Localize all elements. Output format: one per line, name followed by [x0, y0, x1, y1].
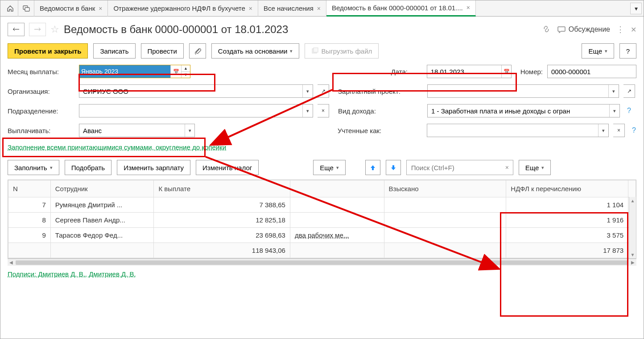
provest-zakryt-button[interactable]: Провести и закрыть [8, 43, 88, 59]
zapisat-button[interactable]: Записать [93, 43, 135, 59]
nomer-field[interactable] [547, 65, 636, 78]
col-vzyskano[interactable]: Взыскано [384, 180, 506, 197]
izmenit-nalog-button[interactable]: Изменить налог [196, 160, 259, 175]
data-field[interactable]: 📅 [427, 65, 512, 78]
spinner-up[interactable]: ▲ [182, 65, 190, 72]
scroll-left-icon[interactable]: ◀ [8, 260, 15, 265]
page-title: Ведомость в банк 0000-000001 от 18.01.20… [64, 23, 288, 36]
col-kvyplate[interactable]: К выплате [154, 180, 290, 197]
tab-vedomosti[interactable]: Ведомости в банк × [34, 0, 108, 17]
search-field[interactable] [407, 164, 501, 172]
vyp-value[interactable] [79, 124, 185, 137]
tab-dropdown[interactable]: ▾ [630, 3, 642, 14]
col-sotrudnik[interactable]: Сотрудник [50, 180, 154, 197]
tab-ndfl[interactable]: Отражение удержанного НДФЛ в бухучете × [108, 0, 258, 17]
vyp-field[interactable]: ▾ [79, 124, 195, 137]
table-row[interactable]: 7Румянцев Дмитрий ...7 388,651 104 [8, 197, 636, 213]
col-note[interactable] [290, 180, 384, 197]
vertical-scrollbar[interactable]: ▲ ▼ [629, 197, 636, 258]
dropdown-icon[interactable]: ▾ [609, 105, 619, 117]
provesti-button[interactable]: Провести [141, 43, 184, 59]
close-icon[interactable]: × [466, 4, 470, 11]
clear-podr-button[interactable]: × [318, 104, 329, 117]
eshe-button[interactable]: Еще [582, 43, 614, 59]
cell-note [290, 197, 384, 213]
data-value[interactable] [427, 65, 502, 78]
close-icon[interactable]: × [99, 5, 102, 12]
calendar-icon[interactable]: 📅 [501, 65, 511, 78]
paperclip-icon [194, 47, 201, 54]
scroll-up-icon[interactable]: ▲ [629, 197, 636, 204]
move-up-button[interactable] [365, 160, 380, 175]
search-input[interactable]: × [406, 160, 513, 175]
eshe-search-button[interactable]: Еще [519, 160, 551, 175]
tab-nachisleniya[interactable]: Все начисления × [258, 0, 326, 17]
horizontal-scrollbar[interactable]: ◀ ▶ [8, 259, 636, 266]
total-kvyplate: 118 943,06 [154, 243, 290, 258]
podpisi-link[interactable]: Подписи: Дмитриев Д. В., Дмитриев Д. В. [8, 270, 136, 278]
cell-note [290, 213, 384, 228]
fill-settings-link[interactable]: Заполнение всеми причитающимися суммами,… [8, 143, 226, 151]
vygruzit-fayl-button[interactable]: Выгрузить файл [305, 43, 379, 59]
org-value[interactable] [79, 85, 302, 97]
clear-uchten-button[interactable]: × [613, 124, 625, 137]
close-icon[interactable]: × [317, 5, 321, 12]
table-row[interactable]: 8Сергеев Павел Андр...12 825,181 916 [8, 213, 636, 228]
podobrat-button[interactable]: Подобрать [65, 160, 112, 175]
org-field[interactable]: ▾ [79, 84, 313, 98]
dropdown-icon[interactable]: ▾ [598, 124, 608, 137]
move-down-button[interactable] [386, 160, 401, 175]
izmenit-zarplatu-button[interactable]: Изменить зарплату [117, 160, 190, 175]
zapolnit-button[interactable]: Заполнить [8, 160, 59, 175]
help-icon[interactable]: ? [627, 107, 631, 115]
tab-label: Отражение удержанного НДФЛ в бухучете [113, 4, 245, 12]
nomer-value[interactable] [548, 65, 636, 78]
kebab-menu[interactable]: ⋮ [616, 25, 624, 34]
scroll-down-icon[interactable]: ▼ [629, 251, 636, 258]
nav-forward-button[interactable]: 🡒 [29, 23, 46, 36]
discuss-button[interactable]: Обсуждение [557, 25, 610, 34]
speech-bubble-icon [557, 25, 566, 34]
dropdown-icon[interactable]: ▾ [185, 124, 194, 137]
eshe-table-button[interactable]: Еще [313, 160, 346, 175]
attachment-button[interactable] [189, 43, 206, 59]
cell-ndfl: 1 104 [506, 197, 628, 213]
close-page-button[interactable]: ✕ [631, 25, 636, 34]
chat-icon[interactable] [18, 0, 34, 17]
col-n[interactable]: N [8, 180, 51, 197]
nav-back-button[interactable]: 🡐 [8, 23, 25, 36]
cell-sotrudnik: Румянцев Дмитрий ... [50, 197, 154, 213]
table-row[interactable]: 9Тарасов Федор Фед...23 698,63два рабочи… [8, 228, 636, 243]
help-icon[interactable]: ? [632, 126, 636, 134]
open-zp-button[interactable]: ↗ [623, 84, 635, 98]
dropdown-icon[interactable]: ▾ [302, 105, 313, 117]
org-label: Организация: [8, 88, 74, 95]
nomer-label: Номер: [520, 68, 543, 75]
star-icon[interactable]: ☆ [50, 24, 59, 35]
scroll-thumb[interactable] [16, 260, 628, 265]
home-icon[interactable] [2, 0, 18, 17]
cell-vzyskano [384, 197, 506, 213]
data-label: Дата: [391, 68, 422, 75]
podr-field[interactable]: ▾ [79, 104, 313, 117]
tab-label: Ведомости в банк [40, 4, 95, 12]
uchten-field[interactable]: ▾ [427, 124, 609, 137]
zp-field[interactable]: ▾ [427, 84, 619, 98]
vid-value[interactable] [428, 105, 609, 117]
spinner-down[interactable]: ▼ [182, 72, 190, 78]
col-ndfl[interactable]: НДФЛ к перечислению [506, 180, 628, 197]
close-icon[interactable]: × [249, 5, 252, 12]
clear-search-icon[interactable]: × [501, 164, 513, 171]
scroll-right-icon[interactable]: ▶ [629, 260, 636, 265]
calendar-icon[interactable]: 📅 [170, 65, 181, 78]
dropdown-icon[interactable]: ▾ [608, 85, 619, 97]
cell-n: 8 [8, 213, 51, 228]
help-button[interactable]: ? [619, 43, 636, 59]
vid-field[interactable]: ▾ [427, 104, 620, 117]
open-org-button[interactable]: ↗ [318, 84, 329, 98]
link-icon[interactable] [542, 25, 551, 35]
dropdown-icon[interactable]: ▾ [302, 85, 313, 97]
tab-vedomost-current[interactable]: Ведомость в банк 0000-000001 от 18.01...… [326, 0, 476, 17]
sozdat-na-osnovanii-button[interactable]: Создать на основании [211, 43, 300, 59]
mesyac-field[interactable]: Январь 2023 📅 ▲▼ [79, 65, 190, 78]
